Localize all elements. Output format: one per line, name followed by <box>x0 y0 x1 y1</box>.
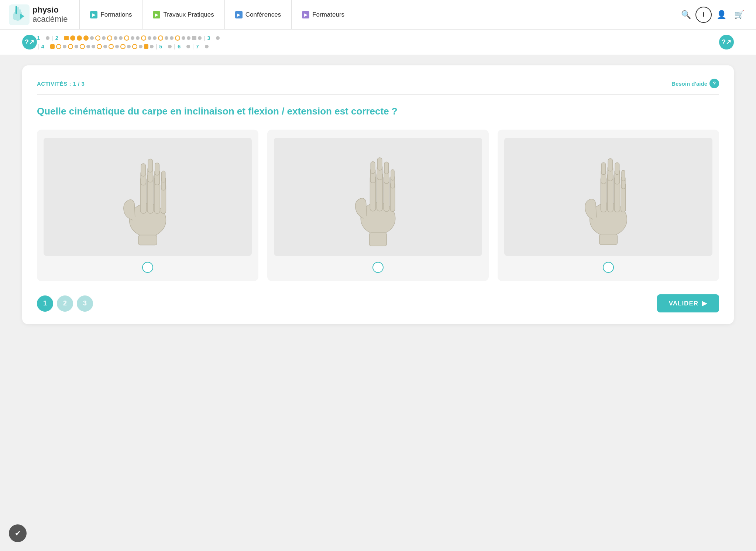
choice-image-3 <box>504 138 712 256</box>
choice-image-2 <box>274 138 482 256</box>
validate-arrow-icon: ▶ <box>702 300 707 307</box>
skeleton-hand-2 <box>345 147 411 247</box>
user-button[interactable]: 👤 <box>713 7 729 23</box>
skeleton-hand-3 <box>575 147 642 247</box>
svg-rect-30 <box>370 233 387 246</box>
cart-button[interactable]: 🛒 <box>731 7 747 23</box>
quiz-divider <box>37 94 719 95</box>
help-circle-icon: ? <box>709 79 719 88</box>
svg-rect-37 <box>608 159 613 171</box>
formateurs-icon: ▶ <box>302 11 309 18</box>
travaux-icon: ▶ <box>153 11 160 18</box>
svg-rect-6 <box>141 164 146 176</box>
svg-rect-12 <box>155 163 159 175</box>
nav-item-formations[interactable]: ▶ Formations <box>79 0 142 30</box>
formations-icon: ▶ <box>90 11 97 18</box>
navbar: physio académie ▶ Formations ▶ Travaux P… <box>0 0 756 30</box>
nav-items: ▶ Formations ▶ Travaux Pratiques ▶ Confé… <box>79 0 678 30</box>
nav-actions: 🔍 i 👤 🛒 <box>678 7 747 23</box>
progress-row-2: | 4 | 5 | 6 | 7 <box>37 43 719 49</box>
help-link[interactable]: Besoin d'aide ? <box>671 79 719 88</box>
choice-radio-3[interactable] <box>603 262 614 273</box>
nav-item-travaux[interactable]: ▶ Travaux Pratiques <box>142 0 224 30</box>
svg-rect-26 <box>384 162 389 174</box>
svg-rect-34 <box>601 162 606 174</box>
help-left-button[interactable]: ?↗ <box>22 35 37 49</box>
quiz-question: Quelle cinématique du carpe en inclinais… <box>37 105 719 118</box>
choice-card-3[interactable] <box>498 130 719 281</box>
main-content: ACTIVITÉS : 1 / 3 Besoin d'aide ? Quelle… <box>0 55 756 335</box>
quiz-card: ACTIVITÉS : 1 / 3 Besoin d'aide ? Quelle… <box>22 65 734 324</box>
svg-rect-43 <box>622 170 625 181</box>
svg-rect-44 <box>599 234 618 245</box>
logo-icon <box>9 4 30 25</box>
svg-rect-9 <box>148 159 153 172</box>
choice-card-1[interactable] <box>37 130 258 281</box>
page-dot-1[interactable]: 1 <box>37 295 53 312</box>
progress-area: ?↗ 1 | 2 <box>0 30 756 55</box>
skeleton-hand-1 <box>114 147 181 247</box>
progress-track: 1 | 2 | <box>37 35 719 49</box>
choice-card-2[interactable] <box>267 130 489 281</box>
choice-radio-1[interactable] <box>142 262 153 273</box>
nav-item-conferences[interactable]: ▶ Conférences <box>224 0 291 30</box>
svg-rect-1 <box>16 6 17 14</box>
choice-radio-2[interactable] <box>372 262 384 273</box>
info-button[interactable]: i <box>695 7 712 23</box>
svg-rect-40 <box>615 162 619 174</box>
svg-rect-23 <box>377 158 382 170</box>
bottom-badge[interactable]: ✔ <box>9 524 27 542</box>
page-dot-3[interactable]: 3 <box>77 295 93 312</box>
search-button[interactable]: 🔍 <box>678 7 694 23</box>
svg-rect-20 <box>371 162 375 174</box>
page-dots: 1 2 3 <box>37 295 93 312</box>
choices-row <box>37 130 719 281</box>
validate-button[interactable]: VALIDER ▶ <box>657 294 719 312</box>
svg-rect-15 <box>162 171 165 182</box>
logo[interactable]: physio académie <box>9 4 68 25</box>
svg-rect-16 <box>138 235 157 245</box>
bottom-bar: 1 2 3 VALIDER ▶ <box>37 294 719 312</box>
conferences-icon: ▶ <box>235 11 243 18</box>
nav-item-formateurs[interactable]: ▶ Formateurs <box>291 0 355 30</box>
page-dot-2[interactable]: 2 <box>57 295 73 312</box>
activity-label: ACTIVITÉS : 1 / 3 <box>37 81 85 87</box>
choice-image-1 <box>44 138 252 256</box>
progress-row-1: 1 | 2 | <box>37 35 719 41</box>
help-right-button[interactable]: ?↗ <box>719 35 734 49</box>
svg-rect-29 <box>391 170 394 180</box>
activity-header: ACTIVITÉS : 1 / 3 Besoin d'aide ? <box>37 79 719 88</box>
logo-text: physio académie <box>32 6 68 23</box>
